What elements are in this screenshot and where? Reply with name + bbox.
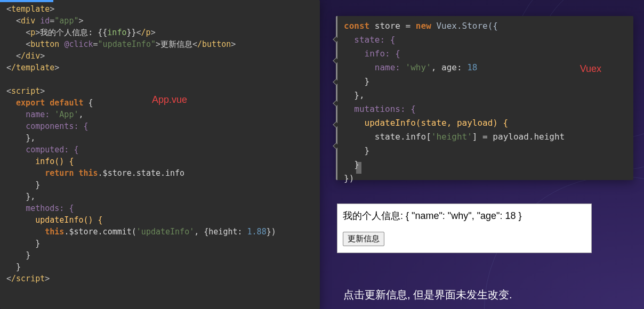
fold-marks <box>336 32 341 164</box>
label-vuex: Vuex <box>580 62 601 76</box>
active-tab-indicator <box>0 0 53 2</box>
code-app-vue[interactable]: <template> <div id="app"> <p>我的个人信息: {{i… <box>6 3 313 284</box>
editor-cursor <box>356 162 361 174</box>
label-app-vue: App.vue <box>152 94 187 105</box>
browser-output: 我的个人信息: { "name": "why", "age": 18 } 更新信… <box>337 204 592 253</box>
code-panel-app-vue: App.vue <template> <div id="app"> <p>我的个… <box>0 0 320 309</box>
code-vuex-store[interactable]: const store = new Vuex.Store({ state: { … <box>344 19 627 185</box>
update-info-button[interactable]: 更新信息 <box>343 232 384 246</box>
caption-text: 点击更新信息, 但是界面未发生改变. <box>343 288 512 302</box>
code-panel-vuex: Vuex const store = new Vuex.Store({ stat… <box>336 16 633 180</box>
output-text: 我的个人信息: { "name": "why", "age": 18 } <box>343 209 586 222</box>
